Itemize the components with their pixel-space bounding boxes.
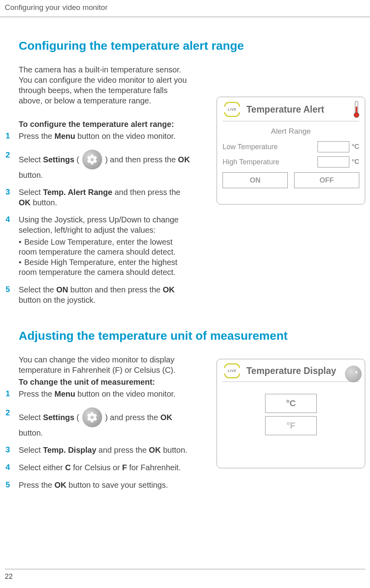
settings-gear-icon: [345, 366, 362, 383]
high-temp-row: High Temperature °C: [223, 156, 359, 167]
step-3: 3 Select Temp. Alert Range and then pres…: [5, 187, 192, 208]
settings-gear-icon: [82, 150, 102, 170]
step-2: 2 Select Settings ( ) and then press the…: [5, 150, 192, 181]
on-button: ON: [223, 172, 288, 188]
step-3: 3 Select Temp. Display and press the OK …: [5, 445, 192, 456]
step-number: 3: [5, 187, 19, 197]
step-number: 2: [5, 150, 19, 160]
step-text: Using the Joystick, press Up/Down to cha…: [19, 215, 192, 278]
fahrenheit-option: °F: [265, 416, 317, 435]
step-text: Press the Menu button on the video monit…: [19, 389, 176, 399]
step-text: Select Temp. Alert Range and then press …: [19, 187, 192, 208]
section-temperature-unit: Adjusting the temperature unit of measur…: [5, 329, 365, 490]
section-temperature-alert-range: Configuring the temperature alert range …: [5, 39, 365, 305]
figure-subtitle: Alert Range: [223, 127, 359, 136]
step-4: 4 Select either C for Celsius or F for F…: [5, 463, 192, 473]
temp-unit: °C: [352, 143, 359, 151]
low-temp-input: [318, 141, 349, 152]
off-button: OFF: [294, 172, 359, 188]
figure-temperature-alert: LIVE Temperature Alert Alert Range Low T…: [217, 97, 365, 204]
temp-unit: °C: [352, 158, 359, 166]
step-number: 5: [5, 480, 19, 489]
step-number: 5: [5, 285, 19, 294]
section-heading: Adjusting the temperature unit of measur…: [19, 329, 365, 343]
figure-title: Temperature Alert: [242, 104, 354, 115]
step-2: 2 Select Settings ( ) and press the OK b…: [5, 408, 192, 438]
sub-bullets: •Beside Low Temperature, enter the lowes…: [19, 237, 192, 278]
step-text: Select the ON button and then press the …: [19, 285, 192, 305]
live-badge-icon: LIVE: [223, 102, 242, 117]
step-number: 1: [5, 131, 19, 140]
low-temp-row: Low Temperature °C: [223, 141, 359, 152]
step-number: 2: [5, 408, 19, 417]
step-5: 5 Select the ON button and then press th…: [5, 285, 192, 305]
step-4: 4 Using the Joystick, press Up/Down to c…: [5, 215, 192, 278]
high-temp-input: [318, 156, 349, 167]
section-intro: The camera has a built-in temperature se…: [19, 64, 194, 106]
step-text: Press the OK button to save your setting…: [19, 480, 168, 491]
section-heading: Configuring the temperature alert range: [19, 39, 365, 53]
step-number: 4: [5, 215, 19, 224]
step-text: Select Temp. Display and press the OK bu…: [19, 445, 187, 456]
step-1: 1 Press the Menu button on the video mon…: [5, 131, 192, 142]
running-header: Configuring your video monitor: [0, 0, 370, 17]
celsius-option: °C: [265, 394, 317, 413]
high-temp-label: High Temperature: [223, 158, 318, 166]
step-1: 1 Press the Menu button on the video mon…: [5, 389, 192, 399]
live-badge-icon: LIVE: [223, 363, 242, 378]
step-number: 4: [5, 463, 19, 472]
thermometer-icon: [354, 101, 359, 118]
step-number: 3: [5, 445, 19, 454]
step-number: 1: [5, 389, 19, 398]
settings-gear-icon: [82, 408, 102, 428]
step-5: 5 Press the OK button to save your setti…: [5, 480, 192, 491]
page-number: 22: [5, 569, 365, 581]
section-intro: You can change the video monitor to disp…: [19, 354, 194, 375]
step-text: Select Settings ( ) and press the OK but…: [19, 408, 192, 438]
low-temp-label: Low Temperature: [223, 143, 318, 151]
figure-temperature-display: LIVE Temperature Display °C °F: [217, 359, 365, 468]
step-text: Press the Menu button on the video monit…: [19, 131, 176, 142]
figure-title: Temperature Display: [242, 366, 359, 376]
step-text: Select either C for Celsius or F for Fah…: [19, 463, 181, 473]
step-text: Select Settings ( ) and then press the O…: [19, 150, 192, 181]
